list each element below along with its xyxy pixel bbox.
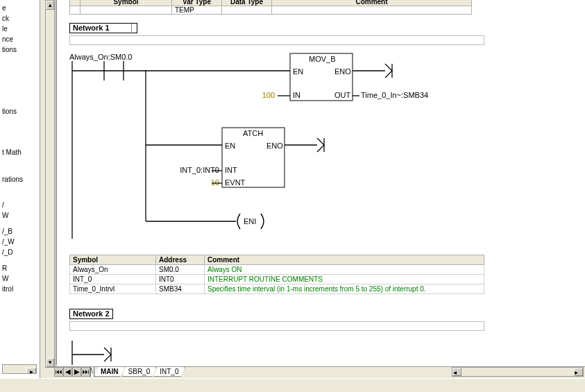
contact-label: Always_On:SM0.0 <box>69 53 132 61</box>
svg-text:Time_0_In~:SMB34: Time_0_In~:SMB34 <box>361 91 428 99</box>
svg-text:ENI: ENI <box>244 217 256 225</box>
symbol-table[interactable]: Symbol Address Comment Always_On SM0.0 A… <box>69 255 484 294</box>
tree-item[interactable]: e <box>2 4 40 12</box>
tab-sbr0[interactable]: SBR_0 <box>122 367 157 377</box>
tree-item[interactable]: W <box>2 212 40 219</box>
table-row[interactable]: Always_On SM0.0 Always ON <box>70 265 484 275</box>
table-row[interactable]: Time_0_Intrvl SMB34 Specifies time inter… <box>70 284 484 294</box>
tab-next-icon[interactable]: ▶ <box>72 367 81 377</box>
scroll-right-icon[interactable]: ▸ <box>26 368 36 374</box>
svg-text:10: 10 <box>211 178 219 187</box>
scroll-down-icon[interactable]: ▾ <box>46 358 54 367</box>
svg-text:ENO: ENO <box>334 67 351 76</box>
network-comment-1[interactable] <box>69 35 484 45</box>
scroll-right-icon[interactable]: ▸ <box>574 368 583 376</box>
tree-item[interactable]: / <box>2 201 40 209</box>
instruction-tree[interactable]: e ck le nce tions tions t Math rations /… <box>0 0 40 378</box>
svg-text:INT_0:INT0: INT_0:INT0 <box>180 166 219 174</box>
tree-item[interactable]: W <box>2 275 40 282</box>
tree-item[interactable]: le <box>2 25 40 33</box>
tree-item[interactable]: /_W <box>2 238 40 246</box>
network-header-2[interactable]: Network 2 <box>69 309 113 319</box>
tree-item[interactable]: rations <box>2 176 40 183</box>
tab-last-icon[interactable]: ⏭ <box>81 367 90 377</box>
table-row[interactable]: INT_0 INT0 INTERRUPT ROUTINE COMMENTS <box>70 275 484 284</box>
tree-item[interactable]: ck <box>2 15 40 22</box>
ladder-editor[interactable]: Symbol Var Type Data Type Comment TEMP N… <box>56 0 585 366</box>
tree-item[interactable]: tions <box>2 46 40 53</box>
svg-text:OUT: OUT <box>334 91 351 99</box>
var-table: Symbol Var Type Data Type Comment TEMP <box>69 0 472 15</box>
tree-item[interactable]: t Math <box>2 148 40 156</box>
tree-item[interactable]: /_B <box>2 228 40 235</box>
tree-item[interactable]: itrol <box>2 285 40 293</box>
tab-first-icon[interactable]: ⏮ <box>54 367 63 377</box>
tree-item[interactable]: nce <box>2 35 40 43</box>
network-comment-2[interactable] <box>69 321 484 331</box>
tab-main[interactable]: MAIN <box>94 367 125 377</box>
svg-text:EN: EN <box>293 67 303 76</box>
editor-vscroll[interactable]: ▴ ▾ <box>45 0 55 368</box>
scroll-left-icon[interactable]: ◂ <box>452 368 461 376</box>
sidebar-hscroll[interactable]: ▸ <box>2 364 37 374</box>
svg-text:IN: IN <box>293 91 300 99</box>
svg-text:INT: INT <box>225 166 237 174</box>
tree-item[interactable]: tions <box>2 108 40 115</box>
editor-hscroll[interactable]: ◂ ▸ <box>452 367 584 377</box>
svg-text:ATCH: ATCH <box>243 129 263 137</box>
svg-text:MOV_B: MOV_B <box>309 55 336 63</box>
tab-prev-icon[interactable]: ◀ <box>63 367 72 377</box>
svg-text:EVNT: EVNT <box>225 178 246 187</box>
tree-item[interactable]: /_D <box>2 248 40 256</box>
network-header-1[interactable]: Network 1 <box>69 23 137 33</box>
tab-int0[interactable]: INT_0 <box>153 367 185 377</box>
scroll-up-icon[interactable]: ▴ <box>46 1 54 10</box>
tab-bar: ⏮ ◀ ▶ ⏭ \ MAIN SBR_0 INT_0 ◂ ▸ <box>54 366 585 377</box>
svg-text:EN: EN <box>225 142 235 150</box>
tree-item[interactable]: R <box>2 264 40 272</box>
svg-text:ENO: ENO <box>266 142 283 150</box>
status-bar <box>0 378 585 392</box>
svg-text:100: 100 <box>262 91 275 99</box>
